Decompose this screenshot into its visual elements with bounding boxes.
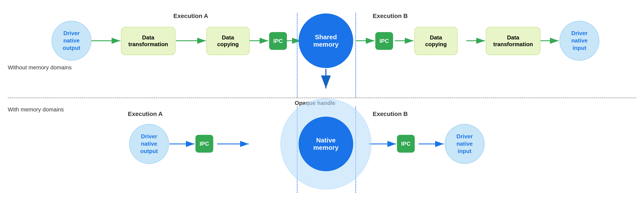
ipc-4: IPC: [397, 135, 415, 152]
driver-native-output-bottom: Drivernativeoutput: [129, 124, 169, 164]
diagram-container: Without memory domains With memory domai…: [0, 0, 644, 199]
data-copying-1: Datacopying: [206, 27, 250, 55]
vline-right-top: [355, 13, 356, 98]
ipc-1: IPC: [269, 32, 287, 50]
with-label: With memory domains: [8, 106, 64, 113]
ipc-2: IPC: [375, 32, 393, 50]
data-transformation-1: Datatransformation: [121, 27, 176, 55]
divider-line: [8, 98, 636, 98]
exec-b-label-bottom: Execution B: [373, 110, 408, 118]
data-transformation-2: Datatransformation: [486, 27, 540, 55]
exec-a-label-bottom: Execution A: [128, 110, 163, 118]
shared-memory: Sharedmemory: [298, 14, 353, 68]
exec-b-label-top: Execution B: [373, 12, 408, 20]
data-copying-2: Datacopying: [414, 27, 458, 55]
without-label: Without memory domains: [8, 64, 72, 71]
ipc-3: IPC: [196, 135, 213, 152]
vline-left-top: [297, 13, 298, 98]
native-memory: Nativememory: [298, 117, 353, 171]
driver-native-input-bottom: Drivernativeinput: [445, 124, 484, 164]
driver-native-input-top: Drivernativeinput: [560, 21, 599, 61]
exec-a-label-top: Execution A: [173, 12, 208, 20]
driver-native-output-top: Drivernativeoutput: [52, 21, 92, 61]
